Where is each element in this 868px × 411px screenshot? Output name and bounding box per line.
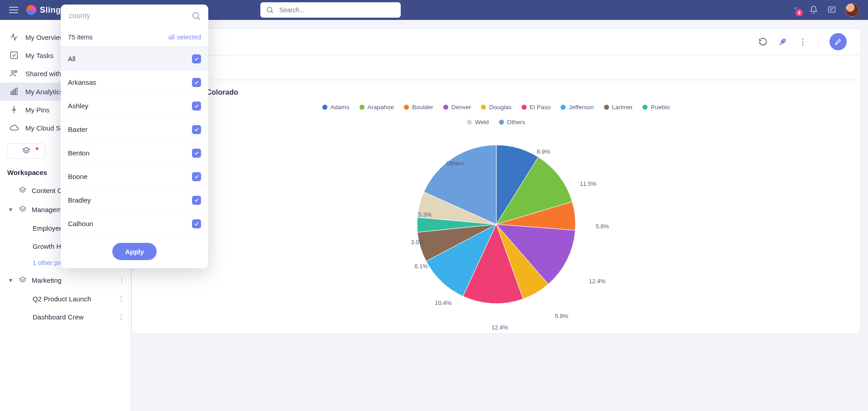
pie-chart: 8.9%11.5%5.8%12.4%5.9%12.4%10.4%6.1%3.0%… — [369, 129, 623, 319]
legend-item[interactable]: Others — [499, 119, 526, 126]
layers-filter-button[interactable] — [7, 143, 45, 159]
filter-bar: county: All ▾ — [131, 55, 861, 80]
brand-name: Sling — [40, 5, 61, 15]
edit-button[interactable] — [830, 33, 847, 50]
pin-icon — [9, 105, 19, 115]
dropdown-option[interactable]: Boone — [61, 165, 208, 189]
stack-icon — [18, 186, 27, 195]
dropdown-option[interactable]: Benton — [61, 141, 208, 165]
legend-item[interactable]: Douglas — [481, 104, 512, 111]
checkbox-checked-icon — [192, 78, 201, 87]
dropdown-search-input[interactable] — [68, 11, 187, 20]
chevron-down-icon: ▾ — [7, 206, 14, 213]
checkbox-checked-icon — [192, 172, 201, 181]
more-icon[interactable]: ⋮ — [118, 313, 125, 321]
sparkle-icon[interactable]: 4 — [791, 5, 800, 15]
dropdown-option[interactable]: All — [61, 47, 208, 71]
workspace-child-q2-launch[interactable]: Q2 Product Launch ⋮ — [0, 290, 131, 308]
more-icon[interactable]: ⋮ — [117, 276, 126, 284]
rocket-icon[interactable] — [778, 37, 787, 46]
dropdown-all-selected-link[interactable]: all selected — [168, 34, 201, 41]
refresh-button[interactable] — [758, 37, 767, 46]
pie-slice-label: 5.8% — [596, 223, 609, 230]
overflow-menu-button[interactable]: ⋮ — [798, 37, 807, 46]
svg-point-6 — [15, 71, 17, 73]
global-search[interactable] — [260, 2, 401, 18]
legend-item[interactable]: Boulder — [404, 104, 433, 111]
pie-slice-label: 5.3% — [418, 211, 432, 218]
pie-slice-label: 10.4% — [435, 300, 452, 306]
apply-button[interactable]: Apply — [112, 243, 157, 260]
chat-icon[interactable] — [827, 5, 836, 15]
page-header: ation ⋮ — [131, 28, 861, 55]
more-icon[interactable]: ⋮ — [118, 295, 125, 303]
dropdown-meta: 75 items all selected — [61, 27, 208, 47]
user-avatar[interactable] — [845, 3, 859, 17]
dropdown-option[interactable]: Baxter — [61, 118, 208, 141]
svg-rect-8 — [13, 90, 14, 95]
legend-item[interactable]: Larimer — [604, 104, 633, 111]
workspace-marketing[interactable]: ▾ Marketing ⋮ — [0, 271, 131, 290]
legend-item[interactable]: Arapahoe — [360, 104, 394, 111]
chevron-down-icon: ▾ — [7, 276, 14, 284]
legend-item[interactable]: Denver — [443, 104, 471, 111]
svg-line-1 — [271, 11, 273, 13]
dropdown-option[interactable]: Ashley — [61, 94, 208, 118]
svg-rect-3 — [828, 7, 835, 12]
checkbox-checked-icon — [192, 196, 201, 205]
brand[interactable]: Sling — [26, 5, 61, 15]
dropdown-option-list[interactable]: AllArkansasAshleyBaxterBentonBooneBradle… — [61, 47, 208, 236]
nav-label: My Tasks — [25, 52, 53, 59]
users-icon — [9, 68, 19, 78]
search-icon — [266, 6, 274, 14]
nav-label: My Pins — [25, 106, 49, 114]
pie-slice-label: 12.4% — [492, 324, 508, 331]
chart-card: on 2010-2019 › Colorado AdamsArapahoeBou… — [131, 80, 861, 334]
menu-toggle-button[interactable] — [9, 7, 18, 13]
svg-point-11 — [783, 40, 785, 41]
dropdown-option[interactable]: Arkansas — [61, 71, 208, 94]
svg-line-13 — [198, 18, 200, 19]
legend-item[interactable]: Weld — [467, 119, 489, 126]
pie-slice-label: Others — [446, 160, 464, 167]
stack-icon — [18, 276, 27, 285]
notif-badge: 4 — [796, 9, 803, 16]
check-square-icon — [9, 50, 19, 60]
checkbox-checked-icon — [192, 149, 201, 158]
legend-item[interactable]: El Paso — [522, 104, 551, 111]
layers-icon — [22, 146, 31, 155]
pie-slice-label: 11.5% — [580, 180, 597, 187]
nav-label: My Overview — [25, 34, 65, 41]
legend-item[interactable]: Pueblo — [643, 104, 670, 111]
cloud-icon — [9, 123, 19, 133]
dropdown-count: 75 items — [68, 34, 93, 41]
legend-item[interactable]: Jefferson — [561, 104, 594, 111]
svg-point-12 — [193, 13, 199, 19]
county-filter-dropdown: 75 items all selected AllArkansasAshleyB… — [61, 5, 208, 268]
pie-slice-label: 8.9% — [537, 148, 551, 155]
activity-icon — [9, 32, 19, 42]
svg-rect-4 — [11, 52, 18, 59]
bar-chart-icon — [9, 87, 19, 97]
pie-slice-label: 6.1% — [415, 263, 428, 270]
checkbox-checked-icon — [192, 125, 201, 134]
dropdown-option[interactable]: Calhoun — [61, 212, 208, 236]
legend-item[interactable]: Adams — [322, 104, 350, 111]
workspace-child-dashboard-crew[interactable]: Dashboard Crew ⋮ — [0, 308, 131, 326]
breadcrumb: on 2010-2019 › Colorado — [145, 88, 847, 97]
bell-icon[interactable] — [809, 5, 818, 15]
divider — [818, 35, 819, 48]
dropdown-option[interactable]: Bradley — [61, 189, 208, 212]
checkbox-checked-icon — [192, 54, 201, 63]
pie-slice-label: 12.4% — [589, 278, 606, 285]
global-search-input[interactable] — [278, 6, 395, 14]
svg-rect-7 — [11, 92, 12, 95]
search-icon — [191, 11, 201, 21]
checkbox-checked-icon — [192, 102, 201, 111]
pie-slice-label: 5.9% — [555, 313, 569, 319]
content-area: ation ⋮ county: — [131, 20, 868, 411]
dropdown-search-row — [61, 5, 208, 27]
svg-rect-9 — [15, 88, 17, 95]
svg-point-0 — [267, 7, 272, 12]
checkbox-checked-icon — [192, 219, 201, 228]
